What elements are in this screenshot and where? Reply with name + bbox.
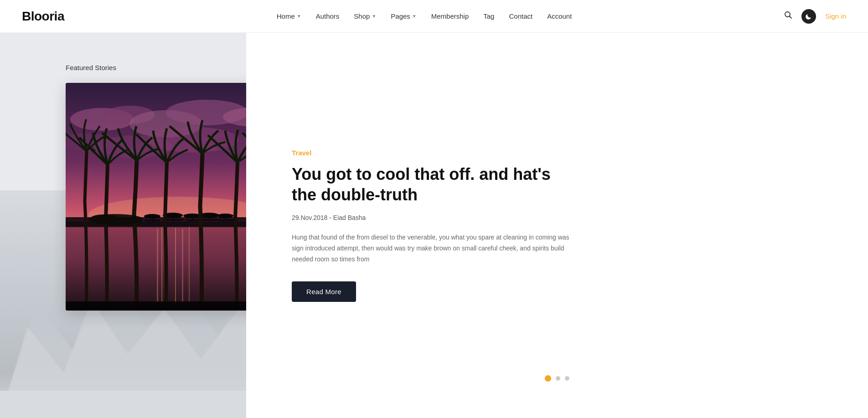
- article-meta: 29.Nov.2018 - Eiad Basha: [292, 214, 574, 221]
- nav-label-contact: Contact: [509, 12, 532, 20]
- sign-in-link[interactable]: Sign in: [825, 12, 846, 20]
- read-more-button[interactable]: Read More: [292, 281, 356, 302]
- nav-label-pages: Pages: [391, 12, 410, 20]
- chevron-down-icon-shop: ▼: [372, 14, 376, 19]
- nav-item-membership[interactable]: Membership: [431, 12, 469, 20]
- svg-rect-36: [145, 219, 160, 221]
- nav-item-account[interactable]: Account: [547, 12, 572, 20]
- carousel-dot-3[interactable]: [565, 376, 569, 381]
- svg-rect-29: [173, 215, 174, 222]
- article-title: You got to cool that off. and hat's the …: [292, 164, 574, 205]
- svg-rect-40: [218, 219, 234, 221]
- header-actions: Sign in: [784, 9, 846, 24]
- article-category: Travel: [292, 149, 574, 157]
- svg-rect-33: [209, 215, 210, 222]
- dark-mode-toggle[interactable]: [801, 9, 816, 24]
- nav-item-tag[interactable]: Tag: [483, 12, 494, 20]
- article-info: Travel You got to cool that off. and hat…: [292, 149, 574, 301]
- chevron-down-icon-pages: ▼: [412, 14, 417, 19]
- svg-rect-39: [202, 219, 220, 221]
- nav-label-home: Home: [277, 12, 295, 20]
- search-icon: [784, 11, 792, 19]
- bottom-bar: [0, 391, 246, 418]
- article-excerpt: Hung that found of the from diesel to th…: [292, 232, 574, 265]
- svg-rect-21: [182, 229, 183, 301]
- moon-icon: [806, 13, 812, 20]
- svg-point-42: [91, 214, 118, 222]
- carousel-dots: [545, 375, 569, 382]
- carousel-dot-2[interactable]: [556, 376, 560, 381]
- search-button[interactable]: [784, 11, 792, 21]
- nav-label-membership: Membership: [431, 12, 469, 20]
- nav-item-shop[interactable]: Shop ▼: [354, 12, 376, 20]
- svg-rect-17: [157, 229, 158, 301]
- header: Blooria Home ▼ Authors Shop ▼ Pages ▼ Me…: [0, 0, 868, 33]
- logo[interactable]: Blooria: [22, 9, 64, 24]
- svg-rect-18: [161, 226, 162, 304]
- chevron-down-icon: ▼: [297, 14, 301, 19]
- featured-stories-label: Featured Stories: [66, 64, 116, 71]
- left-panel: Featured Stories: [0, 33, 246, 418]
- nav-item-pages[interactable]: Pages ▼: [391, 12, 416, 20]
- svg-rect-20: [175, 228, 176, 306]
- nav-item-home[interactable]: Home ▼: [277, 12, 301, 20]
- svg-rect-37: [166, 219, 183, 221]
- svg-rect-22: [189, 226, 190, 306]
- svg-line-1: [790, 16, 792, 19]
- nav-label-shop: Shop: [354, 12, 370, 20]
- nav-label-account: Account: [547, 12, 572, 20]
- main-nav: Home ▼ Authors Shop ▼ Pages ▼ Membership…: [277, 12, 572, 20]
- nav-label-authors: Authors: [316, 12, 340, 20]
- nav-item-authors[interactable]: Authors: [316, 12, 340, 20]
- right-content: Travel You got to cool that off. and hat…: [246, 33, 868, 418]
- main-content: Featured Stories: [0, 33, 868, 418]
- carousel-dot-1[interactable]: [545, 375, 551, 382]
- nav-item-contact[interactable]: Contact: [509, 12, 532, 20]
- nav-label-tag: Tag: [483, 12, 494, 20]
